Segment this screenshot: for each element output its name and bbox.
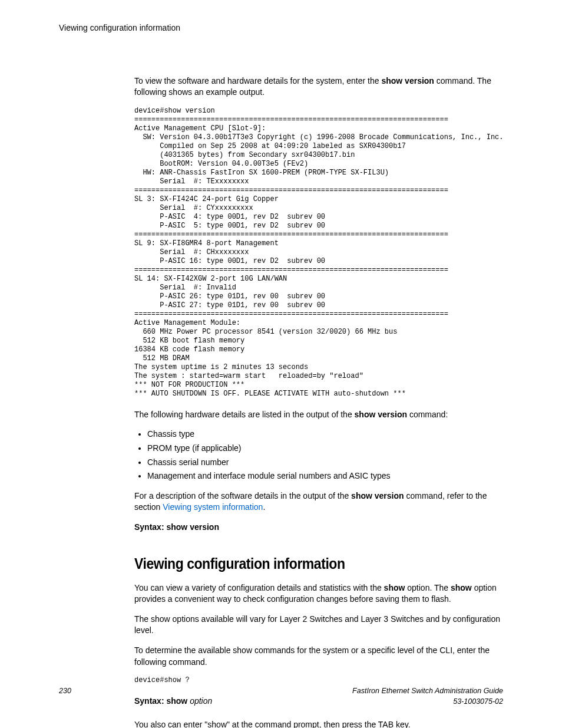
desc-a: For a description of the software detail… <box>134 491 351 500</box>
sec2-paragraph-2: The show options available will vary for… <box>134 614 503 637</box>
sec2-paragraph-3: To determine the available show commands… <box>134 645 503 668</box>
cmd-show: show <box>384 583 405 592</box>
sec2-paragraph-4: You also can enter "show" at the command… <box>134 719 503 728</box>
code-show-question: device#show ? <box>134 676 503 685</box>
cmd-show-version: show version <box>381 76 434 85</box>
after-code-paragraph: The following hardware details are liste… <box>134 409 503 421</box>
heading-viewing-configuration-information: Viewing configuration information <box>134 554 474 574</box>
sec2-p1b: option. The <box>405 583 451 592</box>
description-paragraph: For a description of the software detail… <box>134 490 503 513</box>
cmd-show-version-3: show version <box>351 491 404 500</box>
page-number: 230 <box>59 686 71 707</box>
cmd-show-2: show <box>451 583 472 592</box>
after-code-b: command: <box>407 410 448 419</box>
hardware-details-list: Chassis type PROM type (if applicable) C… <box>134 429 503 482</box>
syntax-show-version: Syntax: show version <box>134 522 503 533</box>
list-item: PROM type (if applicable) <box>147 443 503 454</box>
link-viewing-system-information[interactable]: Viewing system information <box>163 502 263 512</box>
list-item: Chassis type <box>147 429 503 440</box>
footer-docnum: 53-1003075-02 <box>453 697 503 706</box>
running-header: Viewing configuration information <box>59 22 503 34</box>
intro-paragraph: To view the software and hardware detail… <box>134 75 503 98</box>
sec2-paragraph-1: You can view a variety of configuration … <box>134 582 503 605</box>
list-item: Management and interface module serial n… <box>147 470 503 482</box>
desc-c: . <box>263 502 265 512</box>
code-output-show-version: device#show version ====================… <box>134 107 503 398</box>
after-code-a: The following hardware details are liste… <box>134 410 355 419</box>
page-footer: 230 FastIron Ethernet Switch Administrat… <box>59 686 503 707</box>
footer-title: FastIron Ethernet Switch Administration … <box>352 687 503 695</box>
list-item: Chassis serial number <box>147 457 503 469</box>
cmd-show-version-2: show version <box>355 410 407 419</box>
intro-text-a: To view the software and hardware detail… <box>134 76 381 85</box>
sec2-p1a: You can view a variety of configuration … <box>134 583 384 592</box>
